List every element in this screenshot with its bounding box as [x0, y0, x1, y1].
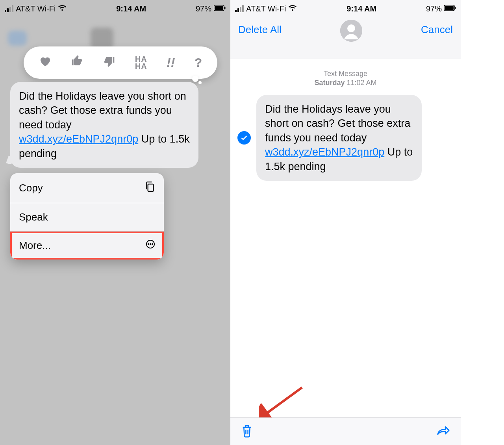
contact-avatar[interactable]	[340, 20, 362, 42]
selection-checkmark[interactable]	[237, 131, 251, 145]
svg-rect-3	[148, 184, 154, 191]
reaction-thumbs-up[interactable]	[71, 55, 83, 70]
message-bubble[interactable]: Did the Holidays leave you short on cash…	[256, 95, 422, 181]
battery-pct: 97%	[196, 4, 211, 13]
message-link[interactable]: w3dd.xyz/eEbNPJ2qnr0p	[19, 133, 138, 145]
wifi-icon	[288, 4, 297, 13]
right-margin	[461, 0, 504, 445]
menu-item-copy[interactable]: Copy	[10, 173, 164, 203]
copy-icon	[145, 181, 155, 195]
timestamp-label: Text Message	[230, 69, 461, 78]
phone-right-screenshot: AT&T Wi-Fi 9:14 AM 97% Delete All Cancel…	[230, 0, 461, 445]
delete-all-button[interactable]: Delete All	[238, 21, 282, 36]
reaction-heart[interactable]	[39, 55, 52, 70]
message-timestamp: Text Message Saturday 11:02 AM	[230, 59, 461, 88]
timestamp-time: 11:02 AM	[346, 79, 376, 87]
menu-copy-label: Copy	[19, 182, 43, 194]
svg-rect-9	[445, 6, 454, 10]
message-bubble[interactable]: Did the Holidays leave you short on cash…	[10, 82, 198, 168]
message-link[interactable]: w3dd.xyz/eEbNPJ2qnr0p	[265, 146, 384, 158]
reaction-exclaim[interactable]: !!	[167, 56, 175, 70]
svg-point-6	[150, 244, 151, 245]
cancel-button[interactable]: Cancel	[421, 21, 453, 36]
trash-icon[interactable]	[241, 424, 253, 439]
reaction-question[interactable]: ?	[195, 56, 202, 70]
signal-icon	[235, 5, 244, 12]
reaction-haha[interactable]: HA HA	[135, 56, 147, 70]
svg-point-5	[148, 244, 149, 245]
menu-item-more[interactable]: More...	[10, 232, 164, 260]
timestamp-day: Saturday	[314, 79, 345, 87]
reaction-thumbs-down[interactable]	[103, 55, 115, 70]
context-menu: Copy Speak More...	[10, 173, 164, 260]
more-icon	[146, 239, 155, 252]
bottom-toolbar	[230, 417, 461, 445]
tapback-reaction-bar: HA HA !! ?	[24, 46, 217, 79]
battery-icon	[444, 4, 456, 13]
svg-rect-10	[455, 7, 456, 9]
conversation-area: Text Message Saturday 11:02 AM Did the H…	[230, 59, 461, 417]
svg-point-7	[152, 244, 153, 245]
signal-icon	[5, 5, 13, 12]
haha-text-2: HA	[135, 63, 147, 70]
battery-pct: 97%	[426, 4, 442, 13]
message-text-before: Did the Holidays leave you short on cash…	[19, 90, 186, 131]
svg-rect-2	[224, 7, 226, 9]
message-row[interactable]: Did the Holidays leave you short on cash…	[230, 88, 461, 181]
status-time: 9:14 AM	[116, 4, 146, 13]
carrier-label: AT&T Wi-Fi	[246, 4, 286, 13]
wifi-icon	[58, 4, 67, 13]
edit-mode-header: Delete All Cancel	[230, 16, 461, 59]
phone-left-screenshot: AT&T Wi-Fi 9:14 AM 97% HA HA	[0, 0, 230, 445]
message-text-before: Did the Holidays leave you short on cash…	[265, 103, 410, 144]
battery-icon	[214, 4, 226, 13]
carrier-label: AT&T Wi-Fi	[16, 4, 56, 13]
status-bar: AT&T Wi-Fi 9:14 AM 97%	[0, 0, 230, 16]
forward-icon[interactable]	[436, 425, 450, 438]
menu-item-speak[interactable]: Speak	[10, 203, 164, 232]
svg-point-12	[347, 24, 355, 32]
menu-speak-label: Speak	[19, 211, 48, 223]
status-time: 9:14 AM	[346, 4, 376, 13]
menu-more-label: More...	[19, 239, 51, 252]
status-bar: AT&T Wi-Fi 9:14 AM 97%	[230, 0, 461, 16]
svg-rect-1	[215, 6, 223, 10]
